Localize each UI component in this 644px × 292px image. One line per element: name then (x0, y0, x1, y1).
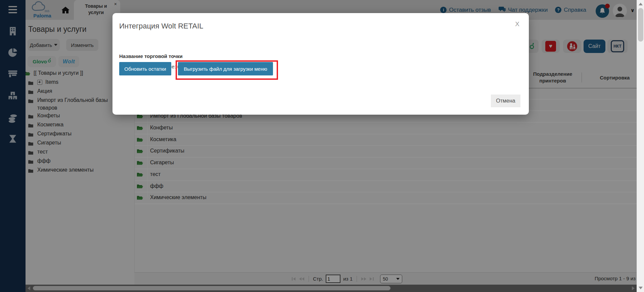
wolt-integration-modal: Интеграция Wolt RETAIL X Название торгов… (112, 13, 529, 115)
cancel-button[interactable]: Отмена (491, 95, 520, 107)
modal-title: Интеграция Wolt RETAIL (119, 22, 203, 31)
modal-close-icon[interactable]: X (515, 20, 519, 28)
vertical-scrollbar[interactable] (637, 0, 644, 292)
scroll-up-arrow-icon[interactable] (639, 3, 643, 5)
vertical-scroll-thumb[interactable] (638, 8, 643, 42)
scroll-down-arrow-icon[interactable] (639, 287, 643, 289)
store-name-label: Название торговой точки (119, 53, 183, 59)
export-menu-file-button[interactable]: Выгрузить файл для загрузки меню (178, 62, 273, 75)
refresh-stock-button[interactable]: Обновить остатки (119, 62, 171, 75)
